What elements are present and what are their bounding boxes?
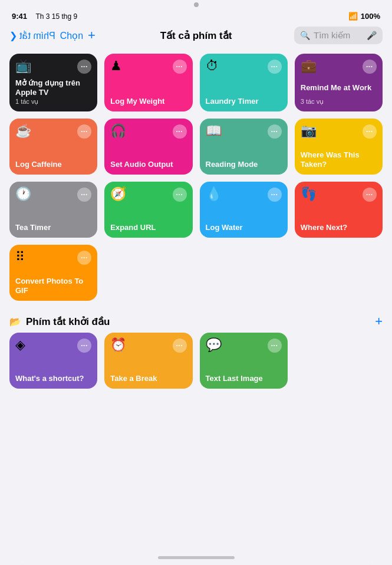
shortcut-card-reading-mode[interactable]: 📖•••Reading Mode: [200, 119, 288, 175]
card-icon-open-apple-tv: 📺: [15, 60, 31, 73]
card-more-btn-text-last-image[interactable]: •••: [268, 339, 282, 353]
card-label-take-a-break: Take a Break: [110, 374, 186, 383]
card-icon-reading-mode: 📖: [206, 124, 222, 137]
home-indicator[interactable]: [158, 556, 235, 559]
card-label-remind-me-at-work: Remind Me at Work: [301, 83, 377, 93]
card-label-open-apple-tv: Mở ứng dụng trên Apple TV: [15, 78, 91, 97]
card-more-btn-set-audio-output[interactable]: •••: [173, 124, 187, 139]
shortcut-card-text-last-image[interactable]: 💬•••Text Last Image: [200, 333, 288, 389]
status-time: 9:41 Th 3 15 thg 9: [12, 12, 77, 21]
card-more-btn-log-caffeine[interactable]: •••: [77, 124, 91, 139]
card-icon-convert-photos-gif: ⠿: [15, 251, 25, 264]
nav-back-label: Phím tắt: [19, 30, 55, 41]
card-icon-remind-me-at-work: 💼: [301, 60, 317, 73]
card-label-set-audio-output: Set Audio Output: [110, 160, 186, 169]
card-icon-text-last-image: 💬: [206, 339, 222, 352]
camera-dot: [194, 2, 199, 7]
card-icon-log-caffeine: ☕: [15, 124, 31, 137]
card-more-btn-expand-url[interactable]: •••: [173, 188, 187, 202]
card-icon-tea-timer: 🕐: [15, 188, 31, 201]
card-label-expand-url: Expand URL: [110, 223, 186, 232]
wifi-icon: 📶: [348, 12, 358, 21]
card-more-btn-where-was-this-taken[interactable]: •••: [363, 124, 377, 139]
section-add-button[interactable]: +: [375, 314, 383, 329]
shortcut-card-whats-a-shortcut[interactable]: ◈•••What's a shortcut?: [9, 333, 97, 389]
section-title: Phím tắt khởi đầu: [26, 316, 110, 328]
card-label-laundry-timer: Laundry Timer: [206, 97, 282, 106]
card-label-tea-timer: Tea Timer: [15, 223, 91, 232]
card-more-btn-tea-timer[interactable]: •••: [77, 188, 91, 202]
shortcut-card-expand-url[interactable]: 🧭•••Expand URL: [104, 182, 192, 238]
card-icon-log-water: 💧: [206, 188, 222, 201]
card-icon-take-a-break: ⏰: [110, 339, 126, 352]
nav-choose-button[interactable]: Chọn: [60, 30, 83, 41]
card-icon-whats-a-shortcut: ◈: [15, 339, 25, 352]
nav-title: Tất cả phím tắt: [160, 29, 232, 42]
card-more-btn-reading-mode[interactable]: •••: [268, 124, 282, 139]
card-sublabel-open-apple-tv: 1 tác vụ: [15, 98, 91, 106]
mic-icon[interactable]: 🎤: [367, 31, 377, 40]
card-more-btn-where-next[interactable]: •••: [363, 188, 377, 202]
card-icon-log-my-weight: ♟: [110, 60, 122, 73]
nav-add-button[interactable]: +: [88, 29, 95, 42]
starter-grid: ◈•••What's a shortcut?⏰•••Take a Break💬•…: [0, 333, 392, 395]
shortcut-card-log-my-weight[interactable]: ♟•••Log My Weight: [104, 54, 192, 111]
card-more-btn-take-a-break[interactable]: •••: [173, 339, 187, 353]
shortcut-card-log-caffeine[interactable]: ☕•••Log Caffeine: [9, 119, 97, 175]
shortcut-card-tea-timer[interactable]: 🕐•••Tea Timer: [9, 182, 97, 238]
card-label-reading-mode: Reading Mode: [206, 160, 282, 169]
shortcut-card-where-next[interactable]: 👣•••Where Next?: [295, 182, 383, 238]
card-sublabel-remind-me-at-work: 3 tác vụ: [301, 98, 377, 106]
section-title-row: 📂 Phím tắt khởi đầu: [9, 316, 110, 328]
folder-icon: 📂: [9, 316, 21, 327]
card-label-whats-a-shortcut: What's a shortcut?: [15, 374, 91, 383]
status-bar: 9:41 Th 3 15 thg 9 📶 100%: [0, 7, 392, 23]
card-more-btn-laundry-timer[interactable]: •••: [268, 60, 282, 74]
shortcut-card-open-apple-tv[interactable]: 📺•••Mở ứng dụng trên Apple TV1 tác vụ: [9, 54, 97, 111]
card-icon-where-was-this-taken: 📷: [301, 124, 317, 137]
shortcut-card-set-audio-output[interactable]: 🎧•••Set Audio Output: [104, 119, 192, 175]
shortcuts-grid: 📺•••Mở ứng dụng trên Apple TV1 tác vụ♟••…: [0, 48, 392, 307]
shortcut-card-take-a-break[interactable]: ⏰•••Take a Break: [104, 333, 192, 389]
shortcut-card-where-was-this-taken[interactable]: 📷•••Where Was This Taken?: [295, 119, 383, 175]
card-more-btn-whats-a-shortcut[interactable]: •••: [77, 339, 91, 353]
card-label-where-was-this-taken: Where Was This Taken?: [301, 150, 377, 169]
shortcut-card-log-water[interactable]: 💧•••Log Water: [200, 182, 288, 238]
search-bar[interactable]: 🔍 Tìm kiếm 🎤: [294, 27, 383, 44]
card-more-btn-remind-me-at-work[interactable]: •••: [363, 60, 377, 74]
status-icons: 📶 100%: [348, 12, 380, 21]
card-more-btn-log-water[interactable]: •••: [268, 188, 282, 202]
chevron-left-icon: ❯: [9, 30, 17, 41]
nav-left: ❯ Phím tắt Chọn +: [9, 29, 95, 42]
shortcut-card-convert-photos-gif[interactable]: ⠿•••Convert Photos To GIF: [9, 245, 97, 301]
search-placeholder: Tìm kiếm: [314, 30, 363, 41]
shortcut-card-laundry-timer[interactable]: ⏱•••Laundry Timer: [200, 54, 288, 111]
card-icon-where-next: 👣: [301, 188, 317, 201]
search-icon: 🔍: [300, 31, 310, 40]
card-icon-set-audio-output: 🎧: [110, 124, 126, 137]
card-label-log-my-weight: Log My Weight: [110, 97, 186, 106]
nav-back-button[interactable]: ❯ Phím tắt: [9, 30, 55, 41]
card-more-btn-log-my-weight[interactable]: •••: [173, 60, 187, 74]
card-icon-expand-url: 🧭: [110, 188, 126, 201]
battery-icon: 100%: [361, 12, 380, 21]
card-label-log-caffeine: Log Caffeine: [15, 160, 91, 169]
card-label-log-water: Log Water: [206, 223, 282, 232]
card-label-convert-photos-gif: Convert Photos To GIF: [15, 277, 91, 295]
shortcut-card-remind-me-at-work[interactable]: 💼•••Remind Me at Work3 tác vụ: [295, 54, 383, 111]
section-header: 📂 Phím tắt khởi đầu +: [0, 307, 392, 333]
card-label-where-next: Where Next?: [301, 223, 377, 232]
card-more-btn-convert-photos-gif[interactable]: •••: [77, 251, 91, 265]
card-more-btn-open-apple-tv[interactable]: •••: [77, 60, 91, 74]
nav-bar: ❯ Phím tắt Chọn + Tất cả phím tắt 🔍 Tìm …: [0, 23, 392, 48]
device-frame: 9:41 Th 3 15 thg 9 📶 100% ❯ Phím tắt Chọ…: [0, 0, 392, 565]
card-label-text-last-image: Text Last Image: [206, 374, 282, 383]
card-icon-laundry-timer: ⏱: [206, 60, 219, 73]
